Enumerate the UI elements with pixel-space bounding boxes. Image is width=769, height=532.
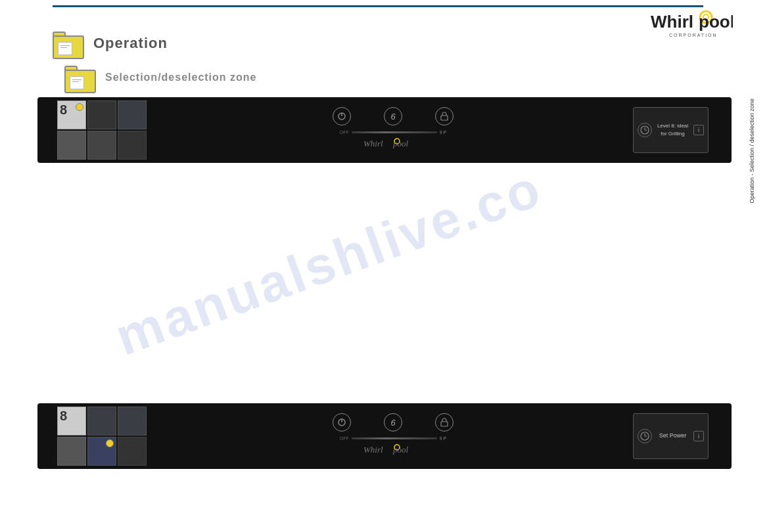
info-text-top: Level 8: ideal for Grilling — [652, 122, 693, 137]
panel-whirlpool-bottom: Whirl pool — [363, 442, 423, 459]
power-icon-bottom[interactable] — [333, 413, 351, 432]
breadcrumb-row-2: Selection/deselection zone — [64, 62, 257, 93]
info-box-bottom: Set Power i — [633, 413, 709, 459]
info-text-bottom: Set Power — [652, 432, 693, 440]
svg-text:Whirl: Whirl — [651, 12, 693, 32]
panel-whirlpool-top: Whirl pool — [363, 136, 423, 153]
power-off-label-top: OFF — [340, 130, 349, 135]
breadcrumb-area: Operation Selection/deselection zone — [53, 28, 257, 93]
display-panel-top: 8 6 — [37, 97, 732, 163]
top-line — [53, 5, 703, 7]
lock-icon-top[interactable] — [435, 107, 454, 125]
whirlpool-logo: Whirl pool CORPORATION — [651, 8, 733, 42]
right-vertical-text: Operation - Selection / deselection zone — [748, 99, 761, 204]
svg-text:CORPORATION: CORPORATION — [669, 33, 718, 37]
power-icon-top[interactable] — [333, 107, 351, 125]
svg-rect-7 — [441, 116, 448, 120]
power-off-label-bottom: OFF — [340, 436, 349, 441]
svg-text:Whirl: Whirl — [363, 139, 383, 148]
watermark: manualshlive.co — [131, 131, 526, 394]
svg-text:pool: pool — [392, 445, 409, 454]
breadcrumb-subtitle: Selection/deselection zone — [105, 72, 257, 83]
info-btn-bottom[interactable]: i — [693, 431, 704, 441]
folder-icon-2 — [64, 62, 99, 93]
zone-number-bottom: 8 — [60, 409, 67, 424]
svg-rect-16 — [441, 422, 448, 426]
breadcrumb-row-1: Operation — [53, 28, 257, 59]
zone-number-top: 8 — [60, 102, 67, 118]
power-p-label-top: 9 P — [440, 130, 447, 135]
center-controls-top: 6 OFF 9 P Whirl pool — [153, 107, 633, 153]
info-btn-top[interactable]: i — [693, 125, 704, 135]
center-controls-bottom: 6 OFF 9 P Whirl pool — [153, 413, 633, 459]
power-p-label-bottom: 9 P — [440, 436, 447, 441]
info-clock-icon-bottom — [638, 429, 652, 443]
svg-text:pool: pool — [392, 139, 409, 148]
folder-icon-1 — [53, 28, 87, 59]
info-box-top: Level 8: ideal for Grilling i — [633, 107, 709, 153]
info-clock-icon-top — [638, 123, 652, 137]
svg-text:Whirl: Whirl — [363, 445, 383, 454]
breadcrumb-title: Operation — [93, 35, 168, 52]
boost-icon-bottom[interactable]: 6 — [384, 413, 402, 432]
svg-text:pool: pool — [699, 12, 733, 32]
display-panel-bottom: 8 6 — [37, 403, 732, 469]
boost-icon-top[interactable]: 6 — [384, 107, 402, 125]
lock-icon-bottom[interactable] — [435, 413, 454, 432]
